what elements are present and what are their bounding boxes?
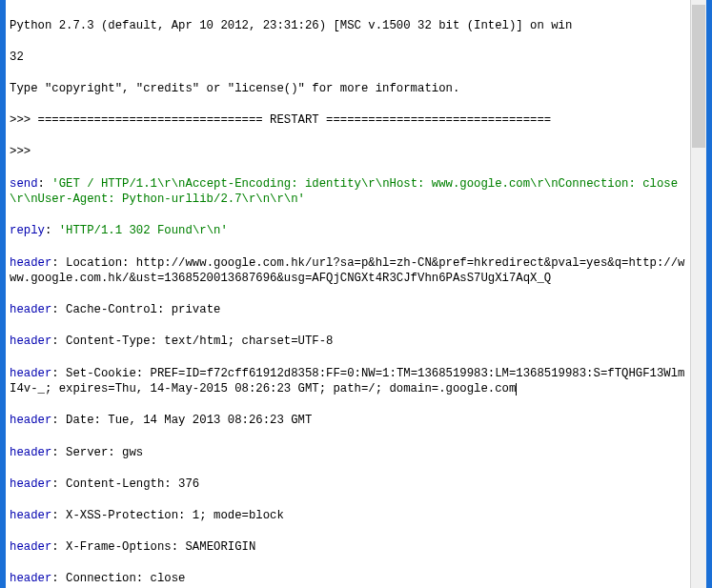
banner-typeinfo: Type "copyright", "credits" or "license(… (10, 81, 687, 97)
banner-line: 32 (10, 50, 687, 66)
text-cursor (516, 383, 517, 395)
header-line: header: Date: Tue, 14 May 2013 08:26:23 … (10, 413, 687, 429)
header-line: header: Server: gws (10, 445, 687, 461)
send-line: send: 'GET / HTTP/1.1\r\nAccept-Encoding… (10, 176, 687, 208)
header-line: header: Cache-Control: private (10, 302, 687, 318)
restart-line: >>> ================================ RES… (10, 112, 687, 129)
header-line: header: Location: http://www.google.com.… (10, 255, 687, 287)
console-output[interactable]: Python 2.7.3 (default, Apr 10 2012, 23:3… (6, 0, 706, 588)
scrollbar-thumb[interactable] (692, 5, 705, 148)
shell-window: Python 2.7.3 (default, Apr 10 2012, 23:3… (0, 0, 712, 588)
header-line: header: Content-Type: text/html; charset… (10, 334, 687, 350)
header-line: header: X-XSS-Protection: 1; mode=block (10, 508, 687, 524)
prompt-line: >>> (10, 144, 687, 160)
banner-line: Python 2.7.3 (default, Apr 10 2012, 23:3… (10, 18, 687, 34)
header-line: header: Connection: close (10, 571, 687, 587)
reply-line: reply: 'HTTP/1.1 302 Found\r\n' (10, 223, 687, 239)
header-line: header: Content-Length: 376 (10, 476, 687, 493)
header-line: header: X-Frame-Options: SAMEORIGIN (10, 539, 687, 556)
header-line: header: Set-Cookie: PREF=ID=f72cff61912d… (10, 366, 687, 397)
scrollbar[interactable] (690, 0, 706, 588)
